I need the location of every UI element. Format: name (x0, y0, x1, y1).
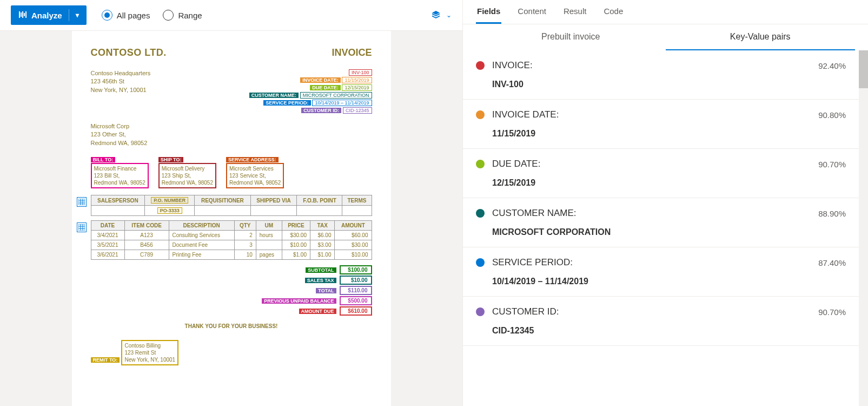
field-item[interactable]: CUSTOMER NAME:88.90%MICROSOFT CORPORATIO… (463, 198, 859, 247)
field-item[interactable]: DUE DATE:90.70%12/15/2019 (463, 149, 859, 198)
radio-icon (102, 10, 112, 21)
chevron-down-icon: ▾ (76, 11, 79, 19)
layers-icon[interactable] (431, 10, 441, 21)
bill-to-card: BILL TO: Microsoft Finance123 Bill St,Re… (91, 156, 149, 188)
document-page: CONTOSO LTD. INVOICE Contoso Headquarter… (72, 31, 391, 406)
header-field-tags: INVOICE: INV-100 INVOICE DATE: 11/15/201… (249, 69, 372, 115)
field-color-dot (476, 160, 485, 168)
button-divider (69, 9, 69, 21)
range-radio[interactable]: Range (163, 10, 202, 21)
field-color-dot (476, 258, 485, 267)
field-name: SERVICE PERIOD: (492, 257, 811, 268)
subtab-kvp[interactable]: Key-Value pairs (666, 24, 856, 50)
field-name: DUE DATE: (492, 159, 811, 169)
field-confidence: 90.70% (818, 307, 846, 317)
tab-fields[interactable]: Fields (476, 0, 501, 24)
scrollbar[interactable] (859, 50, 868, 406)
invoice-title: INVOICE (332, 47, 372, 58)
field-value: 11/15/2019 (492, 129, 846, 139)
line-items-table: DATE ITEM CODE DESCRIPTION QTY UM PRICE … (91, 220, 372, 260)
field-name: CUSTOMER NAME: (492, 208, 811, 219)
thank-you-text: THANK YOU FOR YOUR BUSINESS! (91, 323, 372, 329)
field-name: INVOICE DATE: (492, 109, 811, 120)
field-confidence: 87.40% (818, 258, 846, 267)
radio-icon (163, 10, 174, 21)
field-color-dot (476, 209, 485, 218)
field-value: 12/15/2019 (492, 178, 846, 188)
field-item[interactable]: SERVICE PERIOD:87.40%10/14/2019 – 11/14/… (463, 247, 859, 297)
svg-rect-3 (24, 13, 25, 16)
svg-rect-1 (21, 12, 22, 17)
result-tabs: Fields Content Result Code (463, 0, 868, 24)
field-name: INVOICE: (492, 60, 811, 71)
ship-to-card: SHIP TO: Microsoft Delivery123 Ship St,R… (158, 156, 216, 188)
field-confidence: 92.40% (818, 61, 846, 70)
svg-rect-4 (25, 11, 26, 18)
fields-list[interactable]: INVOICE:92.40%INV-100INVOICE DATE:90.80%… (463, 50, 859, 406)
tab-code[interactable]: Code (602, 0, 624, 24)
table-row: 3/4/2021A123Consulting Services2hours$30… (91, 231, 372, 240)
analyze-label: Analyze (31, 11, 62, 20)
all-pages-label: All pages (117, 11, 150, 20)
meta-table: SALESPERSON P.O. NUMBER REQUISITIONER SH… (91, 195, 372, 216)
field-color-dot (476, 307, 485, 316)
chevron-down-icon[interactable]: ⌄ (446, 11, 452, 19)
fields-subtabs: Prebuilt invoice Key-Value pairs (463, 24, 868, 50)
toolbar: Analyze ▾ All pages Range ⌄ (0, 0, 462, 31)
svg-rect-2 (22, 11, 23, 18)
service-address-card: SERVICE ADDRESS: Microsoft Services123 S… (226, 156, 284, 188)
svg-rect-10 (78, 224, 85, 231)
table-row: 3/5/2021B456Document Fee3$10.00$3.00$30.… (91, 240, 372, 250)
subtab-prebuilt[interactable]: Prebuilt invoice (476, 24, 666, 50)
company-name: CONTOSO LTD. (91, 47, 167, 58)
field-value: INV-100 (492, 80, 846, 89)
field-confidence: 90.80% (818, 110, 846, 120)
hq-address: Contoso Headquarters 123 456th St New Yo… (91, 69, 151, 115)
range-label: Range (178, 11, 202, 20)
field-color-dot (476, 61, 485, 70)
svg-rect-5 (78, 199, 85, 205)
field-value: 10/14/2019 – 11/14/2019 (492, 277, 846, 286)
analyze-icon (18, 10, 27, 21)
field-confidence: 90.70% (818, 160, 846, 169)
field-value: CID-12345 (492, 326, 846, 336)
field-item[interactable]: CUSTOMER ID:90.70%CID-12345 (463, 297, 859, 346)
all-pages-radio[interactable]: All pages (102, 10, 150, 21)
table-icon[interactable] (77, 222, 87, 232)
tab-content[interactable]: Content (516, 0, 547, 24)
table-row: 3/6/2021C789Printing Fee10pages$1.00$1.0… (91, 250, 372, 260)
analyze-button[interactable]: Analyze ▾ (11, 5, 87, 25)
document-viewport[interactable]: CONTOSO LTD. INVOICE Contoso Headquarter… (0, 31, 462, 406)
summary-block: SUBTOTAL$100.00 SALES TAX$10.00 TOTAL$11… (253, 265, 372, 316)
remit-to-card: REMIT TO: Contoso Billing123 Remit StNew… (91, 340, 372, 365)
field-item[interactable]: INVOICE DATE:90.80%11/15/2019 (463, 100, 859, 149)
tab-result[interactable]: Result (562, 0, 588, 24)
customer-address: Microsoft Corp 123 Other St, Redmond WA,… (91, 122, 372, 147)
field-color-dot (476, 110, 485, 119)
field-name: CUSTOMER ID: (492, 306, 811, 317)
table-icon[interactable] (77, 197, 87, 207)
svg-rect-0 (19, 11, 20, 18)
field-confidence: 88.90% (818, 209, 846, 218)
field-value: MICROSOFT CORPORATION (492, 227, 846, 237)
field-item[interactable]: INVOICE:92.40%INV-100 (463, 50, 859, 100)
